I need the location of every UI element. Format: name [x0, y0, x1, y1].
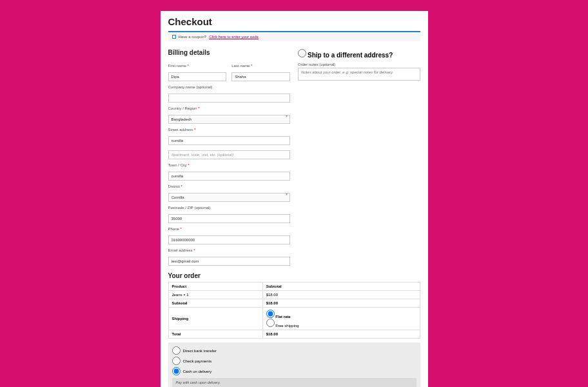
- pay-option-bank[interactable]: Direct bank transfer: [172, 346, 416, 355]
- page-title: Checkout: [168, 16, 420, 27]
- table-row: Subtotal $18.00: [168, 299, 420, 308]
- district-label: District *: [168, 184, 291, 188]
- last-name-label: Last name *: [231, 64, 290, 68]
- order-heading: Your order: [168, 272, 420, 279]
- district-select[interactable]: Cumilla: [168, 193, 291, 202]
- first-name-label: First name *: [168, 64, 227, 68]
- first-name-input[interactable]: [168, 72, 227, 81]
- subtotal-label: Subtotal: [168, 299, 262, 308]
- country-label: Country / Region *: [168, 106, 291, 110]
- company-label: Company name (optional): [168, 85, 291, 89]
- pay-option-check[interactable]: Check payments: [172, 357, 416, 365]
- street-label: Street address *: [168, 128, 291, 132]
- shipping-column: Ship to a different address? Order notes…: [298, 49, 420, 266]
- payment-box: Direct bank transfer Check payments Cash…: [168, 342, 420, 387]
- coupon-text: Have a coupon?: [179, 35, 207, 39]
- coupon-notice: Have a coupon? Click here to enter your …: [168, 31, 420, 41]
- ship-flat-option[interactable]: Flat rate: [266, 310, 416, 319]
- total-label: Total: [168, 330, 262, 339]
- postcode-label: Postcode / ZIP (optional): [168, 206, 291, 210]
- table-row: Jeans × 1 $18.00: [168, 291, 420, 299]
- col-product: Product: [168, 283, 262, 291]
- shipping-label: Shipping: [168, 308, 262, 330]
- company-input[interactable]: [168, 94, 291, 103]
- ship-free-option[interactable]: Free shipping: [266, 319, 416, 328]
- email-label: Email address *: [168, 248, 291, 252]
- phone-input[interactable]: [168, 235, 291, 244]
- coupon-icon: [172, 35, 176, 39]
- order-notes-label: Order notes (optional): [298, 63, 420, 66]
- coupon-link[interactable]: Click here to enter your code: [209, 35, 259, 39]
- billing-column: Billing details First name * Last name *…: [168, 49, 291, 266]
- ship-different-radio[interactable]: [298, 49, 306, 57]
- item-price: $18.00: [262, 291, 420, 299]
- table-row: Shipping Flat rate Free shipping: [168, 308, 420, 330]
- order-notes-input[interactable]: [298, 68, 420, 81]
- phone-label: Phone *: [168, 227, 291, 231]
- checkout-page: Checkout Have a coupon? Click here to en…: [161, 11, 428, 387]
- subtotal-value: $18.00: [266, 301, 278, 305]
- col-subtotal: Subtotal: [262, 283, 420, 291]
- street2-input[interactable]: [168, 150, 291, 159]
- pay-description: Pay with cash upon delivery.: [172, 378, 416, 387]
- last-name-input[interactable]: [231, 72, 290, 81]
- country-select[interactable]: Bangladesh: [168, 115, 291, 124]
- order-table: Product Subtotal Jeans × 1 $18.00 Subtot…: [168, 282, 420, 339]
- total-value: $18.00: [266, 332, 278, 336]
- table-row: Total $18.00: [168, 330, 420, 339]
- postcode-input[interactable]: [168, 214, 291, 223]
- ship-different-heading: Ship to a different address?: [298, 49, 420, 59]
- email-input[interactable]: [168, 257, 291, 266]
- city-label: Town / City *: [168, 163, 291, 167]
- billing-heading: Billing details: [168, 49, 291, 56]
- table-header-row: Product Subtotal: [168, 283, 420, 291]
- street1-input[interactable]: [168, 136, 291, 145]
- item-name: Jeans × 1: [168, 291, 262, 299]
- pay-option-cod[interactable]: Cash on delivery: [172, 367, 416, 375]
- city-input[interactable]: [168, 172, 291, 181]
